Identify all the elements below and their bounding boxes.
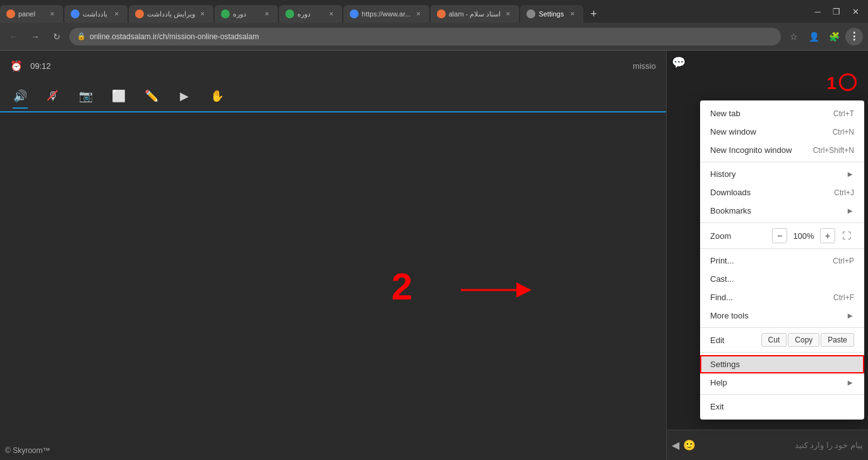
tab-8-title: Settings bbox=[538, 10, 565, 18]
menu-help[interactable]: Help ► bbox=[700, 373, 864, 392]
pen-tool-button[interactable]: ✏️ bbox=[141, 86, 162, 106]
tab-8-close[interactable]: ✕ bbox=[568, 9, 577, 18]
main-panel: ⏰ 09:12 missio 🔊 🎙 📷 ⬜ ✏️ ▶ ✋ bbox=[0, 51, 666, 460]
menu-downloads-shortcut: Ctrl+J bbox=[834, 188, 854, 197]
menu-bookmarks-label: Bookmarks bbox=[710, 206, 846, 215]
menu-settings-label: Settings bbox=[710, 360, 854, 369]
menu-history[interactable]: History ► bbox=[700, 165, 864, 183]
menu-find[interactable]: Find... Ctrl+F bbox=[700, 288, 864, 306]
tab-3[interactable]: ویرایش یادداشت ✕ bbox=[129, 5, 213, 23]
edit-row: Edit Cut Copy Paste bbox=[700, 330, 864, 349]
menu-downloads-label: Downloads bbox=[710, 188, 826, 197]
menu-more-tools-arrow: ► bbox=[846, 311, 854, 320]
skyroom-branding: © Skyroom™ bbox=[5, 446, 51, 455]
tab-2-close[interactable]: ✕ bbox=[112, 9, 121, 18]
profile-button[interactable]: 👤 bbox=[805, 28, 823, 45]
zoom-minus-button[interactable]: − bbox=[772, 228, 787, 243]
menu-divider-4 bbox=[700, 327, 864, 328]
emoji-button[interactable]: 🙂 bbox=[683, 439, 696, 451]
url-bar[interactable]: 🔒 online.ostadsalam.ir/ch/mission-online… bbox=[69, 28, 781, 45]
paste-button[interactable]: Paste bbox=[821, 333, 854, 347]
zoom-label: Zoom bbox=[710, 231, 772, 241]
menu-more-tools[interactable]: More tools ► bbox=[700, 306, 864, 325]
reload-button[interactable]: ↻ bbox=[48, 28, 66, 45]
menu-divider-3 bbox=[700, 248, 864, 249]
new-tab-button[interactable]: + bbox=[585, 5, 602, 23]
zoom-control: Zoom − 100% + ⛶ bbox=[700, 226, 864, 246]
camera-tool-button[interactable]: 📷 bbox=[76, 86, 96, 106]
menu-history-arrow: ► bbox=[846, 169, 854, 179]
screen-share-tool-button[interactable]: ⬜ bbox=[109, 86, 129, 106]
chat-input-field[interactable] bbox=[699, 440, 863, 450]
forward-button[interactable]: → bbox=[27, 28, 44, 45]
tab-7-icon bbox=[437, 9, 446, 18]
tab-1-icon bbox=[6, 9, 15, 18]
menu-history-label: History bbox=[710, 169, 846, 179]
tabs-container: panel ✕ یادداشت ✕ ویرایش یادداشت ✕ دوره … bbox=[0, 0, 809, 23]
menu-divider-1 bbox=[700, 162, 864, 162]
menu-cast[interactable]: Cast... bbox=[700, 270, 864, 288]
menu-cast-label: Cast... bbox=[710, 274, 854, 284]
tab-6[interactable]: https://www.ar... ✕ bbox=[343, 5, 429, 23]
menu-exit[interactable]: Exit bbox=[700, 397, 864, 416]
menu-new-incognito[interactable]: New Incognito window Ctrl+Shift+N bbox=[700, 141, 864, 159]
menu-more-tools-label: More tools bbox=[710, 311, 846, 320]
close-button[interactable]: ✕ bbox=[847, 3, 864, 20]
tab-1-close[interactable]: ✕ bbox=[48, 9, 57, 18]
tab-8-icon bbox=[526, 9, 535, 18]
tab-4-icon bbox=[221, 9, 230, 18]
menu-new-tab[interactable]: New tab Ctrl+T bbox=[700, 104, 864, 123]
tab-7[interactable]: alam - استاد سلام ✕ bbox=[431, 5, 520, 23]
tab-5-close[interactable]: ✕ bbox=[327, 9, 336, 18]
menu-bookmarks-arrow: ► bbox=[846, 206, 854, 215]
tab-2[interactable]: یادداشت ✕ bbox=[64, 5, 128, 23]
tab-1[interactable]: panel ✕ bbox=[0, 5, 63, 23]
chat-icon: 💬 bbox=[672, 56, 686, 70]
menu-new-window-label: New window bbox=[710, 127, 825, 136]
toolbar-right: ☆ 👤 🧩 ⋮ bbox=[785, 28, 863, 45]
tab-3-close[interactable]: ✕ bbox=[198, 9, 207, 18]
menu-find-shortcut: Ctrl+F bbox=[833, 293, 854, 302]
tab-6-close[interactable]: ✕ bbox=[414, 9, 423, 18]
extensions-button[interactable]: 🧩 bbox=[825, 28, 843, 45]
menu-new-incognito-shortcut: Ctrl+Shift+N bbox=[813, 146, 854, 155]
tab-5[interactable]: دوره ✕ bbox=[279, 5, 342, 23]
tab-7-close[interactable]: ✕ bbox=[504, 9, 513, 18]
tab-6-icon bbox=[350, 9, 359, 18]
maximize-button[interactable]: ❐ bbox=[828, 3, 845, 20]
zoom-plus-button[interactable]: + bbox=[820, 228, 835, 243]
edit-buttons: Cut Copy Paste bbox=[761, 333, 854, 347]
tab-3-icon bbox=[135, 9, 144, 18]
chrome-menu-button[interactable]: ⋮ bbox=[845, 28, 863, 45]
hand-tool-button[interactable]: ✋ bbox=[207, 86, 227, 106]
menu-print[interactable]: Print... Ctrl+P bbox=[700, 251, 864, 270]
minimize-button[interactable]: ─ bbox=[809, 3, 826, 20]
chat-send-button[interactable]: ◀ bbox=[672, 439, 679, 451]
menu-bookmarks[interactable]: Bookmarks ► bbox=[700, 202, 864, 220]
menu-find-label: Find... bbox=[710, 293, 826, 302]
tab-5-icon bbox=[285, 9, 294, 18]
lock-icon: 🔒 bbox=[77, 32, 86, 40]
url-text: online.ostadsalam.ir/ch/mission-online-o… bbox=[90, 32, 773, 41]
play-tool-button[interactable]: ▶ bbox=[174, 86, 194, 106]
menu-new-window[interactable]: New window Ctrl+N bbox=[700, 123, 864, 141]
speaker-tool-button[interactable]: 🔊 bbox=[10, 86, 30, 106]
back-button[interactable]: ← bbox=[5, 28, 23, 45]
app-toolbar: 🔊 🎙 📷 ⬜ ✏️ ▶ ✋ bbox=[0, 81, 666, 112]
copy-button[interactable]: Copy bbox=[788, 333, 819, 347]
tab-4[interactable]: دوره ✕ bbox=[215, 5, 278, 23]
menu-new-tab-label: New tab bbox=[710, 109, 826, 118]
zoom-fullscreen-button[interactable]: ⛶ bbox=[839, 228, 854, 243]
tab-7-title: alam - استاد سلام bbox=[449, 10, 501, 18]
tab-8[interactable]: Settings ✕ bbox=[520, 5, 583, 23]
menu-settings[interactable]: Settings bbox=[700, 355, 864, 373]
cut-button[interactable]: Cut bbox=[761, 333, 787, 347]
menu-help-arrow: ► bbox=[846, 378, 854, 387]
tab-6-title: https://www.ar... bbox=[362, 10, 411, 18]
clock-display: 09:12 bbox=[30, 61, 51, 71]
bookmark-button[interactable]: ☆ bbox=[785, 28, 802, 45]
menu-downloads[interactable]: Downloads Ctrl+J bbox=[700, 183, 864, 202]
app-topbar: ⏰ 09:12 missio bbox=[0, 51, 666, 81]
tab-4-close[interactable]: ✕ bbox=[263, 9, 271, 18]
microphone-tool-button[interactable]: 🎙 bbox=[43, 86, 63, 106]
